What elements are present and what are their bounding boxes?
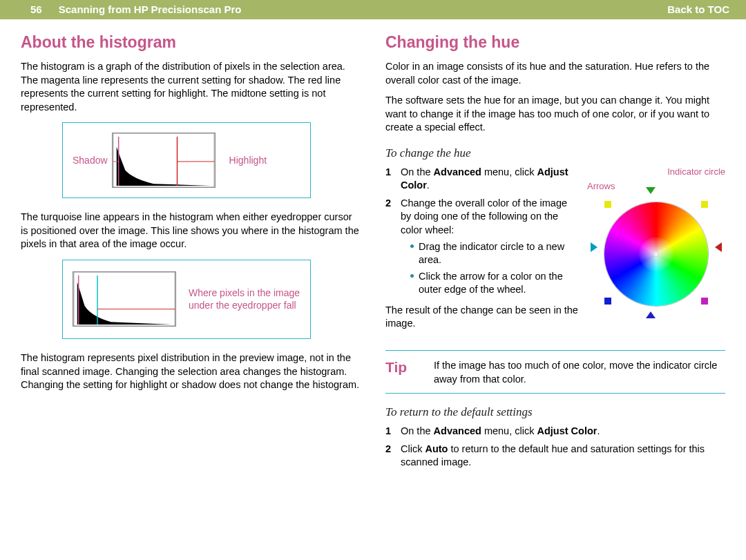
page-header: 56 Scanning from HP Precisionscan Pro Ba… [0, 0, 746, 19]
step-2: 2 Change the overall color of the image … [385, 197, 580, 300]
bold: Adjust Color [537, 425, 597, 436]
hue-result-note: The result of the change can be seen in … [385, 304, 580, 331]
arrow-up-icon [646, 187, 656, 194]
histogram-turquoise-desc: The turquoise line appears in the histog… [21, 211, 361, 251]
tip-text: If the image has too much of one color, … [434, 358, 725, 386]
label-arrows: Arrows [587, 180, 725, 193]
square-marker-icon [604, 201, 611, 208]
step-1: 1 On the Advanced menu, click Adjust Col… [385, 166, 580, 193]
label-highlight: Highlight [229, 154, 267, 167]
histogram-eyedropper-icon [73, 271, 176, 327]
subheading-return-defaults: To return to the default settings [385, 405, 725, 421]
text: Change the overall color of the image by… [401, 197, 567, 235]
square-marker-icon [604, 298, 611, 305]
hue-intro-2: The software sets the hue for an image, … [385, 94, 725, 135]
text: menu, click [481, 166, 537, 177]
indicator-circle-icon [653, 251, 659, 257]
hue-intro-1: Color in an image consists of its hue an… [385, 60, 725, 87]
header-title: Scanning from HP Precisionscan Pro [59, 3, 242, 17]
tip-box: Tip If the image has too much of one col… [385, 350, 725, 394]
subheading-change-hue: To change the hue [385, 146, 725, 162]
figure-histogram-eyedropper: Where pixels in the image under the eyed… [62, 260, 311, 339]
label-indicator-circle: Indicator circle [587, 166, 725, 178]
hue-steps-row: 1 On the Advanced menu, click Adjust Col… [385, 166, 725, 338]
square-marker-icon [701, 298, 708, 305]
histogram-icon [112, 133, 216, 188]
bold: Auto [425, 443, 448, 454]
bullet-click-arrow: Click the arrow for a color on the outer… [410, 270, 580, 297]
page-number: 56 [30, 3, 42, 17]
text: On the [401, 166, 434, 177]
color-wheel-figure: Indicator circle Arrows [587, 166, 725, 311]
figure-histogram-shadow-highlight: Shadow Highlight [62, 122, 311, 198]
return-default-steps: 1 On the Advanced menu, click Adjust Col… [385, 425, 725, 470]
label-shadow: Shadow [73, 154, 108, 167]
bullet-drag-indicator: Drag the indicator circle to a new area. [410, 240, 580, 267]
tip-label: Tip [385, 358, 434, 386]
figure2-caption: Where pixels in the image under the eyed… [189, 287, 300, 313]
histogram-distribution-note: The histogram represents pixel distribut… [21, 351, 361, 392]
step-2-sublist: Drag the indicator circle to a new area.… [401, 240, 580, 297]
arrow-left-icon [591, 242, 597, 252]
right-column: Changing the hue Color in an image consi… [385, 32, 725, 474]
arrow-down-icon [646, 311, 656, 318]
text: menu, click [481, 425, 537, 436]
heading-about-histogram: About the histogram [21, 32, 361, 53]
arrow-right-icon [715, 242, 722, 252]
left-column: About the histogram The histogram is a g… [21, 32, 361, 474]
change-hue-steps: 1 On the Advanced menu, click Adjust Col… [385, 166, 580, 300]
page-content: About the histogram The histogram is a g… [0, 19, 746, 474]
square-marker-icon [701, 201, 708, 208]
text: . [597, 425, 600, 436]
heading-changing-hue: Changing the hue [385, 32, 725, 53]
text: On the [401, 425, 434, 436]
bold: Advanced [434, 166, 481, 177]
histogram-intro: The histogram is a graph of the distribu… [21, 60, 361, 114]
text: . [427, 180, 430, 191]
back-to-toc-link[interactable]: Back to TOC [667, 3, 729, 17]
bold: Advanced [434, 425, 481, 436]
text: Click [401, 443, 425, 454]
return-step-2: 2 Click Auto to return to the default hu… [385, 443, 725, 470]
color-wheel-icon [597, 194, 715, 311]
return-step-1: 1 On the Advanced menu, click Adjust Col… [385, 425, 725, 438]
